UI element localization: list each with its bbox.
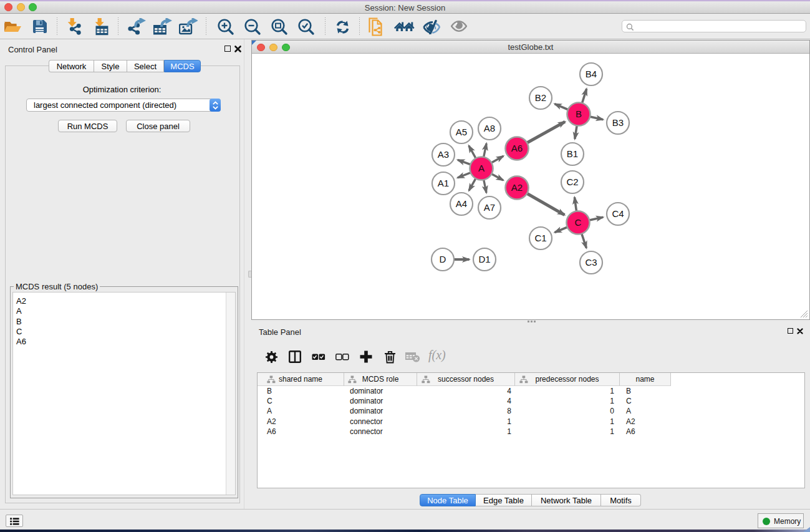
svg-text:A3: A3 [438, 149, 449, 160]
svg-text:A4: A4 [456, 198, 467, 209]
svg-text:B4: B4 [586, 69, 597, 79]
svg-text:A8: A8 [484, 123, 495, 133]
svg-text:A7: A7 [484, 202, 495, 213]
svg-text:C4: C4 [612, 208, 624, 219]
svg-text:A: A [478, 163, 485, 173]
svg-text:B1: B1 [567, 148, 578, 159]
svg-text:B3: B3 [612, 117, 624, 128]
svg-text:C3: C3 [585, 257, 597, 268]
svg-text:A1: A1 [438, 178, 449, 188]
svg-text:B: B [576, 109, 582, 119]
svg-text:C2: C2 [566, 177, 578, 187]
svg-text:C1: C1 [534, 233, 546, 243]
svg-text:D1: D1 [478, 254, 490, 264]
svg-text:A2: A2 [511, 182, 523, 193]
svg-text:B2: B2 [535, 92, 546, 103]
svg-text:A5: A5 [456, 127, 467, 137]
svg-text:D: D [440, 254, 446, 264]
svg-text:A6: A6 [511, 143, 523, 153]
svg-text:C: C [575, 217, 582, 228]
